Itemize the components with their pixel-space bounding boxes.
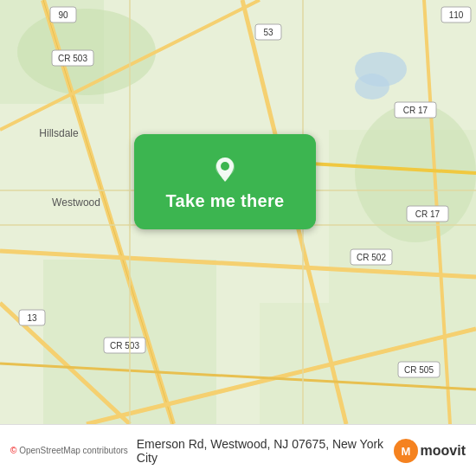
map-container: CR 503 CR 503 53 CR 17 CR 17 CR 502 CR 5… bbox=[0, 0, 476, 424]
svg-text:90: 90 bbox=[58, 10, 68, 20]
moovit-text: moovit bbox=[421, 443, 466, 459]
svg-text:CR 17: CR 17 bbox=[415, 209, 441, 219]
svg-text:53: 53 bbox=[263, 28, 273, 37]
take-me-there-button[interactable]: Take me there bbox=[134, 134, 316, 229]
svg-text:CR 502: CR 502 bbox=[357, 253, 386, 262]
moovit-icon: M bbox=[394, 439, 418, 463]
svg-text:13: 13 bbox=[27, 313, 37, 323]
osm-attribution: © OpenStreetMap contributors bbox=[10, 446, 128, 455]
button-label: Take me there bbox=[166, 191, 285, 211]
moovit-logo: M moovit bbox=[394, 439, 466, 463]
bottom-bar: © OpenStreetMap contributors Emerson Rd,… bbox=[0, 424, 476, 476]
svg-text:CR 505: CR 505 bbox=[404, 365, 434, 375]
svg-text:M: M bbox=[401, 445, 410, 458]
svg-text:110: 110 bbox=[449, 10, 464, 20]
address-label: Emerson Rd, Westwood, NJ 07675, New York… bbox=[137, 437, 385, 465]
location-pin-icon bbox=[209, 153, 241, 186]
svg-text:Hillsdale: Hillsdale bbox=[39, 127, 79, 139]
svg-text:CR 503: CR 503 bbox=[58, 54, 87, 63]
svg-text:CR 503: CR 503 bbox=[110, 341, 139, 351]
svg-point-2 bbox=[355, 74, 389, 100]
svg-text:CR 17: CR 17 bbox=[403, 106, 428, 115]
svg-point-46 bbox=[221, 162, 229, 170]
svg-text:Westwood: Westwood bbox=[52, 196, 100, 209]
